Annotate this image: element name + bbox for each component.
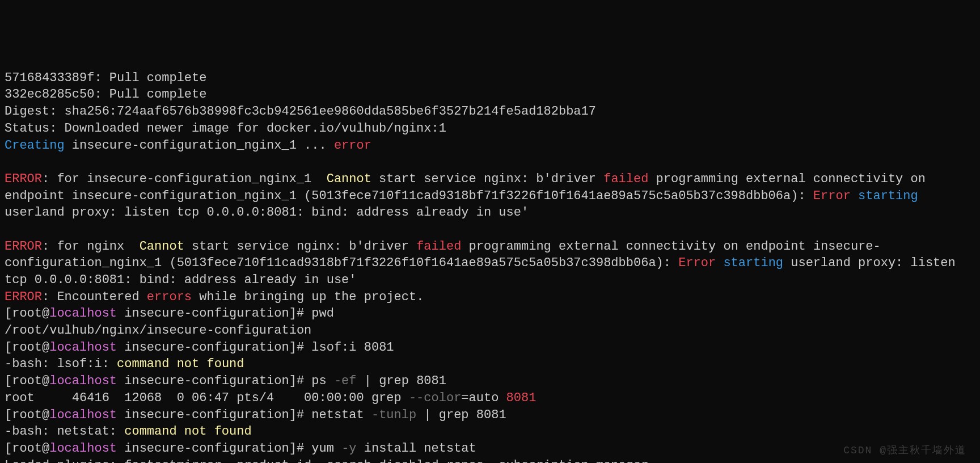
- cannot-word: Cannot: [327, 172, 371, 186]
- prompt-dir-1: insecure-configuration]#: [117, 306, 311, 321]
- ps-out-b: =auto: [461, 391, 506, 405]
- cmd-lsof[interactable]: lsof:i 8081: [311, 340, 394, 355]
- cmd-not-found-2: command not found: [124, 424, 251, 439]
- cmd-ps-b[interactable]: | grep 8081: [357, 374, 446, 388]
- cannot-word-2: Cannot: [140, 239, 184, 254]
- ps-out-a: root 46416 12068 0 06:47 pts/4 00:00:00 …: [5, 391, 409, 405]
- cmd-yum-a[interactable]: yum: [311, 441, 341, 456]
- error-prefix-2: ERROR: [5, 239, 42, 254]
- cmd-ps-flag[interactable]: -ef: [334, 374, 357, 388]
- creating-label: Creating: [5, 138, 65, 153]
- prompt-open-4: [root@: [5, 408, 49, 422]
- error-cap-1: Error: [813, 189, 851, 203]
- prompt-dir-4: insecure-configuration]#: [117, 408, 311, 422]
- prompt-open-3: [root@: [5, 374, 49, 388]
- status-line: Status: Downloaded newer image for docke…: [5, 121, 446, 136]
- host-5: localhost: [49, 441, 117, 456]
- error-prefix-3: ERROR: [5, 290, 42, 304]
- host-4: localhost: [49, 408, 117, 422]
- prompt-open-2: [root@: [5, 340, 49, 355]
- starting-word-2: starting: [716, 256, 783, 270]
- cmd-netstat-b[interactable]: | grep 8081: [416, 408, 506, 422]
- cmd-not-found-1: command not found: [117, 357, 244, 371]
- host-2: localhost: [49, 340, 117, 355]
- errors-word: errors: [147, 290, 192, 304]
- cmd-pwd[interactable]: pwd: [311, 306, 334, 321]
- netstat-out-a: -bash: netstat:: [5, 424, 124, 439]
- cmd-yum-flag[interactable]: -y: [341, 441, 356, 456]
- cmd-netstat-flag[interactable]: -tunlp: [371, 408, 416, 422]
- prompt-open-1: [root@: [5, 306, 49, 321]
- prompt-open-5: [root@: [5, 441, 49, 456]
- ps-out-flag: --color: [409, 391, 461, 405]
- err3-text-a: : Encountered: [42, 290, 147, 304]
- err1-text-b: start service nginx: b'driver: [371, 172, 603, 186]
- host-3: localhost: [49, 374, 117, 388]
- cmd-netstat-a[interactable]: netstat: [311, 408, 371, 422]
- pwd-output: /root/vulhub/nginx/insecure-configuratio…: [5, 323, 311, 338]
- terminal-output: 57168433389f: Pull complete 332ec8285c50…: [5, 70, 975, 463]
- err1-text-a: : for insecure-configuration_nginx_1: [42, 172, 327, 186]
- cmd-yum-b[interactable]: install netstat: [357, 441, 476, 456]
- lsof-out-a: -bash: lsof:i:: [5, 357, 117, 371]
- prompt-dir-2: insecure-configuration]#: [117, 340, 311, 355]
- prompt-dir-3: insecure-configuration]#: [117, 374, 311, 388]
- failed-word-2: failed: [416, 239, 461, 254]
- error-word: error: [334, 138, 371, 153]
- error-cap-2: Error: [678, 256, 716, 270]
- err2-text-b: start service nginx: b'driver: [184, 239, 416, 254]
- pull-line-2: 332ec8285c50: Pull complete: [5, 87, 206, 102]
- failed-word-1: failed: [603, 172, 648, 186]
- pull-line-1: 57168433389f: Pull complete: [5, 71, 206, 85]
- prompt-dir-5: insecure-configuration]#: [117, 441, 311, 456]
- err3-text-b: while bringing up the project.: [192, 290, 424, 304]
- err2-text-a: : for nginx: [42, 239, 140, 254]
- creating-name: insecure-configuration_nginx_1 ...: [65, 138, 334, 153]
- starting-word-1: starting: [851, 189, 918, 203]
- digest-line: Digest: sha256:724aaf6576b38998fc3cb9425…: [5, 104, 596, 119]
- yum-out-1: Loaded plugins: fastestmirror, product-i…: [5, 458, 648, 463]
- error-prefix-1: ERROR: [5, 172, 42, 186]
- ps-out-port: 8081: [506, 391, 537, 405]
- host-1: localhost: [49, 306, 117, 321]
- cmd-ps-a[interactable]: ps: [311, 374, 334, 388]
